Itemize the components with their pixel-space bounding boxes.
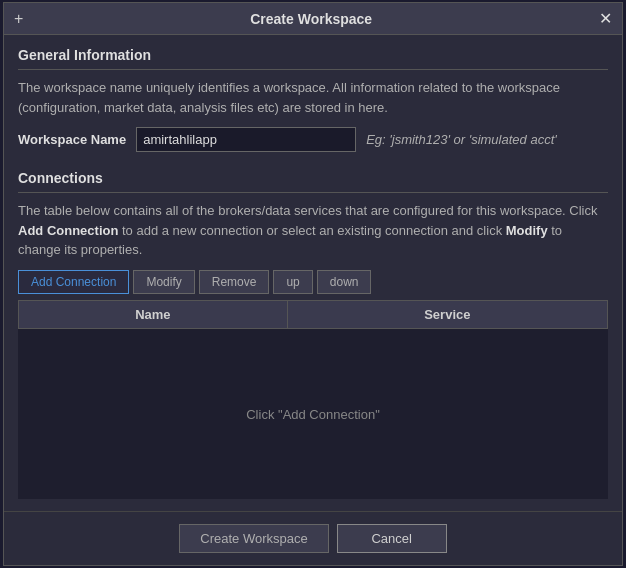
title-bar: + Create Workspace ✕ xyxy=(4,3,622,35)
connections-toolbar: Add Connection Modify Remove up down xyxy=(18,270,608,294)
connections-desc-part1: The table below contains all of the brok… xyxy=(18,203,598,218)
general-info-description: The workspace name uniquely identifies a… xyxy=(18,78,608,117)
connections-table-body: Click "Add Connection" xyxy=(18,329,608,499)
down-button[interactable]: down xyxy=(317,270,372,294)
table-header-service: Service xyxy=(287,300,607,328)
dialog-footer: Create Workspace Cancel xyxy=(4,511,622,565)
remove-button[interactable]: Remove xyxy=(199,270,270,294)
workspace-name-row: Workspace Name Eg: 'jsmith123' or 'simul… xyxy=(18,127,608,152)
workspace-name-hint: Eg: 'jsmith123' or 'simulated acct' xyxy=(366,132,557,147)
create-workspace-button[interactable]: Create Workspace xyxy=(179,524,328,553)
workspace-name-input[interactable] xyxy=(136,127,356,152)
connections-title: Connections xyxy=(18,170,608,186)
connections-divider xyxy=(18,192,608,193)
connections-section: Connections The table below contains all… xyxy=(18,170,608,499)
connections-desc-bold2: Modify xyxy=(506,223,548,238)
add-connection-button[interactable]: Add Connection xyxy=(18,270,129,294)
up-button[interactable]: up xyxy=(273,270,312,294)
modify-button[interactable]: Modify xyxy=(133,270,194,294)
close-button[interactable]: ✕ xyxy=(599,9,612,28)
empty-table-message: Click "Add Connection" xyxy=(246,406,380,421)
general-info-title: General Information xyxy=(18,47,608,63)
workspace-name-label: Workspace Name xyxy=(18,132,126,147)
connections-desc-bold1: Add Connection xyxy=(18,223,118,238)
plus-icon[interactable]: + xyxy=(14,10,23,28)
general-info-divider xyxy=(18,69,608,70)
dialog-body: General Information The workspace name u… xyxy=(4,35,622,511)
general-info-section: General Information The workspace name u… xyxy=(18,47,608,166)
cancel-button[interactable]: Cancel xyxy=(337,524,447,553)
dialog-title: Create Workspace xyxy=(23,11,599,27)
connections-desc-part2: to add a new connection or select an exi… xyxy=(118,223,505,238)
table-header-name: Name xyxy=(19,300,288,328)
connections-table: Name Service xyxy=(18,300,608,329)
table-header: Name Service xyxy=(19,300,608,328)
table-header-row: Name Service xyxy=(19,300,608,328)
connections-description: The table below contains all of the brok… xyxy=(18,201,608,260)
title-bar-left: + xyxy=(14,10,23,28)
create-workspace-dialog: + Create Workspace ✕ General Information… xyxy=(3,2,623,566)
